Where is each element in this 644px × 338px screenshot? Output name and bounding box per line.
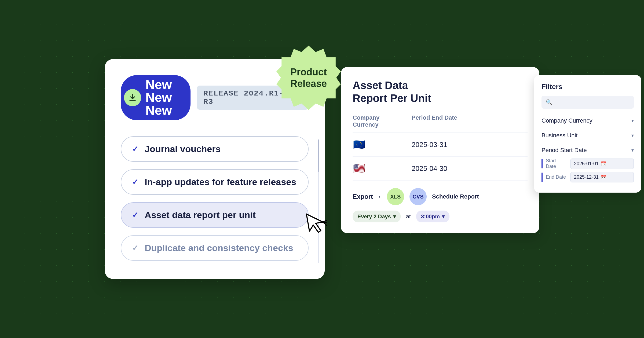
chevron-down-icon: ▾ (393, 213, 396, 220)
schedule-label: Schedule Report (432, 193, 479, 200)
export-row: Export → XLS CVS Schedule Report Every 2… (353, 181, 528, 222)
feature-item-duplicate[interactable]: ✓ Duplicate and consistency checks (121, 235, 309, 261)
us-flag: 🇺🇸 (353, 162, 365, 175)
frequency-dropdown[interactable]: Every 2 Days ▾ (353, 211, 401, 222)
flag-cell-eu: 🇪🇺 (353, 138, 406, 151)
arrow-icon: → (375, 193, 382, 200)
at-label: at (406, 213, 411, 220)
table-row: 🇪🇺 2025-03-31 (353, 133, 528, 157)
start-date-row: Start Date 2025-01-01 📅 (541, 158, 634, 169)
feature-item-journal[interactable]: ✓ Journal vouchers (121, 136, 309, 162)
chevron-down-icon: ▾ (442, 213, 445, 220)
report-table-header: Company Currency Period End Date (353, 114, 528, 133)
check-icon: ✓ (132, 244, 138, 252)
company-currency-filter[interactable]: Company Currency ▾ (541, 113, 634, 128)
download-icon (124, 89, 141, 106)
main-container: Product Release New New New RELEASE (105, 59, 539, 279)
feature-item-inapp[interactable]: ✓ In-app updates for feature releases (121, 169, 309, 195)
svg-line-0 (323, 220, 327, 222)
date-indicator (541, 159, 543, 168)
left-card: Product Release New New New RELEASE (105, 59, 325, 279)
scrollbar[interactable] (318, 139, 319, 263)
col-header-date: Period End Date (412, 114, 457, 128)
eu-flag: 🇪🇺 (353, 138, 365, 151)
feature-label: Asset data report per unit (145, 210, 256, 220)
right-panel-area: Asset Data Report Per Unit Company Curre… (341, 67, 539, 233)
col-header-currency: Company Currency (353, 114, 406, 128)
end-date-row: End Date 2025-12-31 📅 (541, 172, 634, 182)
feature-label: Duplicate and consistency checks (145, 243, 293, 253)
new-badge-text: New New New (145, 78, 172, 117)
filters-panel: Filters 🔍 Company Currency ▾ Business Un… (534, 75, 641, 193)
flag-cell-us: 🇺🇸 (353, 162, 406, 175)
check-icon: ✓ (132, 145, 138, 153)
feature-list: ✓ Journal vouchers ✓ In-app updates for … (121, 136, 309, 261)
filter-label: Company Currency (541, 117, 592, 124)
start-date-input[interactable]: 2025-01-01 📅 (570, 159, 634, 169)
report-card: Asset Data Report Per Unit Company Curre… (341, 67, 539, 233)
report-title: Asset Data Report Per Unit (353, 79, 444, 105)
chevron-down-icon: ▾ (631, 147, 634, 153)
table-row: 🇺🇸 2025-04-30 (353, 157, 528, 181)
date-cell: 2025-04-30 (412, 164, 447, 173)
calendar-icon: 📅 (601, 161, 606, 166)
scrollbar-thumb[interactable] (318, 139, 319, 172)
filters-search-box[interactable]: 🔍 (541, 96, 634, 109)
date-indicator (541, 172, 543, 182)
check-icon: ✓ (132, 211, 138, 219)
new-badge: New New New (121, 75, 191, 120)
filters-title: Filters (541, 83, 634, 91)
search-icon: 🔍 (546, 99, 552, 105)
export-label: Export → (353, 193, 382, 200)
starburst-text: Product Release (290, 66, 327, 89)
period-start-label: Period Start Date (541, 147, 587, 154)
feature-label: In-app updates for feature releases (145, 177, 296, 187)
chevron-down-icon: ▾ (631, 118, 634, 124)
svg-line-1 (323, 221, 327, 223)
period-start-header: Period Start Date ▾ (541, 147, 634, 154)
check-icon: ✓ (132, 178, 138, 186)
xls-button[interactable]: XLS (387, 188, 404, 205)
period-start-section: Period Start Date ▾ Start Date 2025-01-0… (541, 143, 634, 182)
cvs-button[interactable]: CVS (409, 188, 427, 205)
date-cell: 2025-03-31 (412, 141, 447, 149)
chevron-down-icon: ▾ (631, 133, 634, 138)
filter-label: Business Unit (541, 132, 578, 139)
svg-line-2 (323, 222, 326, 226)
time-dropdown[interactable]: 3:00pm ▾ (416, 211, 449, 222)
start-date-label: Start Date (546, 158, 567, 169)
calendar-icon: 📅 (601, 175, 606, 180)
report-table-body: 🇪🇺 2025-03-31 🇺🇸 2025-04-30 (353, 133, 528, 181)
end-date-input[interactable]: 2025-12-31 📅 (570, 172, 634, 182)
end-date-label: End Date (546, 174, 567, 180)
feature-label: Journal vouchers (145, 144, 221, 154)
business-unit-filter[interactable]: Business Unit ▾ (541, 128, 634, 143)
feature-item-asset[interactable]: ✓ Asset data report per unit (121, 202, 309, 228)
